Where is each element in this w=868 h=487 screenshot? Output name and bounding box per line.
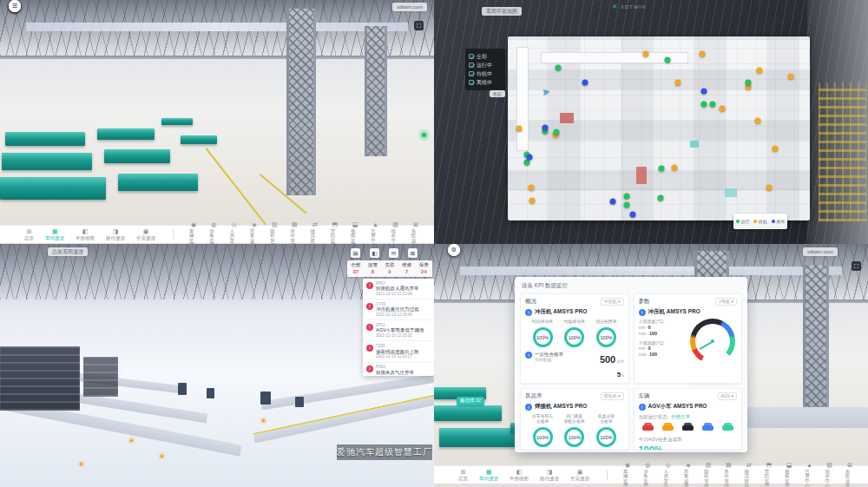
device-status-dot[interactable]	[773, 145, 779, 151]
layer-checkbox-row[interactable]: 全部	[469, 52, 502, 61]
device-status-dot[interactable]	[699, 50, 705, 56]
toolbar-item[interactable]: ▥ 能耗管理	[704, 462, 713, 487]
device-status-dot[interactable]	[529, 198, 535, 204]
layer-checkbox-row[interactable]: 离线中	[469, 78, 502, 87]
layer-checkbox-row[interactable]: 运行中	[469, 61, 502, 69]
toolbar-item[interactable]: ▲ 告警中心	[805, 462, 813, 487]
device-status-dot[interactable]	[755, 118, 761, 124]
alarm-list-item[interactable]: ! FH02 焊接夹具气压异常 2021-12-13 12:05:18	[363, 363, 434, 377]
scene-marker-button[interactable]: ⚙	[448, 244, 460, 256]
toolbar-item[interactable]: ⊠ 系统设置	[845, 462, 854, 487]
toolbar-item[interactable]: ◨ 路径漫游	[106, 228, 125, 241]
device-status-dot[interactable]	[555, 65, 561, 71]
toolbar-item[interactable]: ▤ 库存管理	[290, 221, 299, 245]
toolbar-item[interactable]: ◎ 人员定位	[230, 221, 239, 245]
toolbar-item[interactable]: ⊠ 系统设置	[411, 221, 420, 245]
agv-car-icon[interactable]	[722, 425, 733, 431]
alarm-list-item[interactable]: ! TZ05 涂装线温度超出上限 2021-12-13 12:10:27	[363, 341, 434, 362]
device-status-dot[interactable]	[719, 106, 725, 112]
toolbar-item[interactable]: ▲ 告警中心	[371, 221, 379, 245]
alarm-tab[interactable]: 全部 37	[347, 260, 365, 277]
device-status-dot[interactable]	[659, 166, 665, 172]
device-status-dot[interactable]	[624, 201, 630, 207]
toolbar-item[interactable]: ◨ 路径漫游	[540, 469, 559, 482]
toolbar-item[interactable]: ◈ 质量追溯	[684, 462, 693, 487]
device-status-dot[interactable]	[528, 185, 534, 191]
panel-icon-button[interactable]: ⊠	[408, 248, 418, 258]
toolbar-item[interactable]: ⬓ 视频监控	[351, 221, 359, 245]
device-status-dot[interactable]	[624, 194, 630, 200]
alarm-tab[interactable]: 失联 0	[381, 260, 398, 277]
device-status-dot[interactable]	[658, 194, 664, 201]
toolbar-item[interactable]: ◉ 车辆监控	[189, 221, 198, 245]
toolbar-item[interactable]: ▧ 报表中心	[825, 462, 834, 487]
panel-icon-button[interactable]: ◧	[370, 248, 379, 258]
toolbar-item[interactable]: ⬒ 安防监控	[331, 221, 339, 245]
scene-marker-button[interactable]: ☰	[9, 0, 21, 12]
toolbar-item[interactable]: ◍ 设备监控	[643, 462, 652, 487]
alarm-list-item[interactable]: ! CY03 冲压机液压压力过低 2021-12-13 12:18:45	[363, 299, 434, 320]
device-select[interactable]: 1号机 ▾	[715, 298, 737, 306]
device-status-dot[interactable]	[788, 74, 794, 80]
toolbar-item[interactable]: ⬓ 视频监控	[785, 462, 793, 487]
device-status-dot[interactable]	[582, 80, 589, 86]
device-select[interactable]: 冲压机 ▾	[601, 298, 624, 306]
device-status-dot[interactable]	[674, 80, 681, 86]
collapse-button[interactable]: 收起	[490, 90, 505, 97]
toolbar-item-label: 路径漫游	[106, 236, 125, 241]
agv-car-icon[interactable]	[702, 425, 713, 431]
agv-car-icon[interactable]	[642, 425, 654, 431]
toolbar-item[interactable]: ▦ 车间漫游	[479, 469, 498, 482]
alarm-list[interactable]: ! FH07 焊接机器人通讯异常 2021-12-13 12:21:09 ! C…	[363, 279, 434, 376]
toolbar-item[interactable]: ▤ 库存管理	[724, 462, 733, 487]
alarm-list-item[interactable]: ! FH07 焊接机器人通讯异常 2021-12-13 12:21:09	[363, 279, 434, 299]
toolbar-item[interactable]: ◧ 平面地图	[76, 228, 95, 241]
device-status-dot[interactable]	[700, 102, 707, 108]
alarm-tab[interactable]: 维修 7	[398, 260, 416, 277]
toolbar-item[interactable]: ◧ 平面地图	[510, 469, 529, 482]
toolbar-item[interactable]: ⇄ 物流跟踪	[311, 221, 319, 245]
panel-icon-button[interactable]: ▤	[351, 248, 360, 258]
toolbar-item[interactable]: ⊞ 总览	[458, 469, 468, 482]
device-status-dot[interactable]	[671, 164, 677, 170]
device-status-dot[interactable]	[553, 129, 559, 135]
toolbar-item[interactable]: ⇄ 物流跟踪	[745, 462, 753, 487]
device-select[interactable]: 焊装线 ▾	[601, 392, 624, 400]
alarm-tab-label: 报警	[368, 263, 378, 268]
toolbar-item[interactable]: ▣ 全景漫游	[570, 469, 589, 482]
toolbar-item[interactable]: ▧ 报表中心	[391, 221, 400, 245]
device-select[interactable]: AGV ▾	[718, 392, 737, 400]
toolbar-item[interactable]: ⊞ 总览	[24, 228, 34, 241]
toolbar-item[interactable]: ◈ 质量追溯	[250, 221, 259, 245]
expand-icon[interactable]: ⛶	[852, 261, 861, 271]
panel-icon-button[interactable]: ✉	[389, 248, 398, 258]
device-status-dot[interactable]	[766, 185, 773, 191]
device-status-dot[interactable]	[757, 68, 763, 74]
agv-car-icon[interactable]	[662, 425, 674, 431]
device-status-dot[interactable]	[665, 56, 671, 63]
toolbar-item[interactable]: ◉ 车辆监控	[623, 462, 632, 487]
equipment-tag[interactable]: 输送线 02	[457, 397, 484, 405]
toolbar-item[interactable]: ⬒ 安防监控	[765, 462, 773, 487]
device-status-dot[interactable]	[610, 198, 616, 204]
device-status-dot[interactable]	[643, 50, 649, 56]
device-status-dot[interactable]	[630, 212, 636, 218]
toolbar-item[interactable]: ▥ 能耗管理	[270, 221, 279, 245]
floor-map[interactable]: ➤	[508, 36, 810, 220]
device-status-dot[interactable]	[746, 80, 752, 86]
device-status-dot[interactable]	[516, 126, 522, 132]
expand-icon[interactable]: ⛶	[414, 21, 424, 30]
toolbar-item[interactable]: ◎ 人员定位	[664, 462, 673, 487]
device-status-dot[interactable]	[700, 88, 707, 94]
layer-checkbox-row[interactable]: 待机中	[469, 69, 502, 78]
device-status-dot[interactable]	[542, 124, 548, 130]
toolbar-item[interactable]: ▣ 全景漫游	[136, 228, 155, 241]
device-status-dot[interactable]	[709, 102, 715, 108]
toolbar-item[interactable]: ◍ 设备监控	[209, 221, 218, 245]
alarm-list-item[interactable]: ! ZP11 AGV小车电量低于阈值 2021-12-13 12:15:32	[363, 320, 434, 341]
alarm-tab[interactable]: 报警 8	[365, 260, 382, 277]
device-status-dot[interactable]	[526, 155, 532, 161]
alarm-tab[interactable]: 保养 24	[415, 260, 432, 277]
toolbar-item[interactable]: ▦ 车间漫游	[45, 228, 64, 241]
agv-car-icon[interactable]	[682, 425, 694, 431]
